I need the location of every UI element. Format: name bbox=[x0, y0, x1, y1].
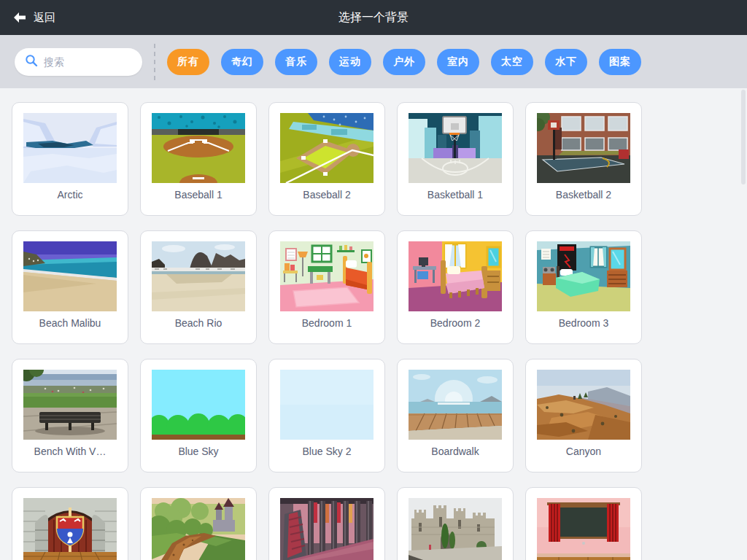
backdrop-card-boardwalk[interactable]: Boardwalk bbox=[397, 359, 514, 472]
search-icon bbox=[25, 54, 44, 70]
filter-bar: 所有 奇幻 音乐 运动 户外 室内 太空 水下 图案 bbox=[0, 35, 747, 88]
backdrop-name: Arctic bbox=[12, 189, 128, 201]
backdrop-name: Bedroom 1 bbox=[269, 317, 384, 329]
category-all[interactable]: 所有 bbox=[167, 49, 209, 75]
backdrop-thumbnail bbox=[409, 113, 502, 183]
category-space[interactable]: 太空 bbox=[491, 49, 533, 75]
page-title: 选择一个背景 bbox=[0, 10, 747, 26]
backdrop-thumbnail bbox=[152, 370, 245, 440]
category-outdoors[interactable]: 户外 bbox=[383, 49, 425, 75]
backdrop-thumbnail bbox=[23, 498, 117, 560]
backdrop-name: Beach Rio bbox=[141, 317, 256, 329]
backdrop-thumbnail bbox=[537, 241, 630, 311]
backdrop-thumbnail bbox=[537, 370, 630, 440]
backdrop-thumbnail bbox=[409, 370, 502, 440]
backdrop-card-basketball-2[interactable]: Basketball 2 bbox=[525, 102, 642, 216]
backdrop-card-bedroom-1[interactable]: Bedroom 1 bbox=[268, 230, 385, 344]
backdrop-card-castle-3[interactable] bbox=[268, 487, 385, 560]
backdrop-card-castle-2[interactable] bbox=[140, 487, 257, 560]
backdrop-thumbnail bbox=[280, 241, 374, 311]
category-underwater[interactable]: 水下 bbox=[545, 49, 587, 75]
backdrop-card-castle-1[interactable] bbox=[12, 487, 128, 560]
backdrop-card-blue-sky-2[interactable]: Blue Sky 2 bbox=[268, 359, 385, 472]
search-box[interactable] bbox=[15, 48, 142, 76]
filter-divider bbox=[154, 44, 155, 80]
backdrop-thumbnail bbox=[280, 113, 374, 183]
backdrop-name: Boardwalk bbox=[398, 446, 513, 457]
backdrop-card-bedroom-3[interactable]: Bedroom 3 bbox=[525, 230, 642, 344]
category-music[interactable]: 音乐 bbox=[275, 49, 317, 75]
category-sports[interactable]: 运动 bbox=[329, 49, 371, 75]
backdrop-card-beach-malibu[interactable]: Beach Malibu bbox=[12, 230, 128, 344]
backdrop-thumbnail bbox=[409, 241, 502, 311]
top-bar: 返回 选择一个背景 bbox=[0, 0, 747, 35]
backdrop-name: Basketball 2 bbox=[526, 189, 641, 201]
backdrop-name: Basketball 1 bbox=[398, 189, 513, 201]
backdrop-name: Blue Sky bbox=[141, 446, 256, 457]
backdrop-card-arctic[interactable]: Arctic bbox=[12, 102, 128, 216]
back-arrow-icon bbox=[13, 12, 26, 23]
backdrop-card-blue-sky[interactable]: Blue Sky bbox=[140, 359, 257, 472]
backdrop-card-chalkboard[interactable] bbox=[525, 487, 642, 560]
backdrop-thumbnail bbox=[152, 498, 245, 560]
backdrop-card-bench-with-view[interactable]: Bench With V… bbox=[12, 359, 128, 472]
backdrop-name: Canyon bbox=[526, 446, 641, 457]
category-patterns[interactable]: 图案 bbox=[599, 49, 641, 75]
backdrop-card-bedroom-2[interactable]: Bedroom 2 bbox=[397, 230, 514, 344]
scrollbar-thumb[interactable] bbox=[741, 90, 746, 184]
backdrop-card-canyon[interactable]: Canyon bbox=[525, 359, 642, 472]
backdrop-grid: Arctic Baseball 1 Baseball 2 Basketball … bbox=[0, 88, 747, 560]
backdrop-thumbnail bbox=[280, 370, 374, 440]
backdrop-name: Beach Malibu bbox=[12, 317, 128, 329]
search-input[interactable] bbox=[44, 56, 124, 68]
backdrop-gallery: Arctic Baseball 1 Baseball 2 Basketball … bbox=[0, 88, 747, 560]
backdrop-thumbnail bbox=[23, 370, 117, 440]
backdrop-name: Baseball 2 bbox=[269, 189, 384, 201]
back-label: 返回 bbox=[34, 11, 55, 25]
backdrop-name: Blue Sky 2 bbox=[269, 446, 384, 457]
backdrop-name: Bedroom 3 bbox=[526, 317, 641, 329]
category-fantasy[interactable]: 奇幻 bbox=[221, 49, 263, 75]
backdrop-name: Bedroom 2 bbox=[398, 317, 513, 329]
backdrop-card-basketball-1[interactable]: Basketball 1 bbox=[397, 102, 514, 216]
back-button[interactable]: 返回 bbox=[0, 0, 67, 35]
category-indoors[interactable]: 室内 bbox=[437, 49, 479, 75]
backdrop-thumbnail bbox=[152, 113, 245, 183]
backdrop-card-baseball-1[interactable]: Baseball 1 bbox=[140, 102, 257, 216]
backdrop-thumbnail bbox=[537, 113, 630, 183]
backdrop-thumbnail bbox=[537, 498, 630, 560]
backdrop-thumbnail bbox=[152, 241, 245, 311]
backdrop-thumbnail bbox=[23, 241, 117, 311]
backdrop-thumbnail bbox=[280, 498, 374, 560]
backdrop-card-beach-rio[interactable]: Beach Rio bbox=[140, 230, 257, 344]
backdrop-thumbnail bbox=[23, 113, 117, 183]
backdrop-card-baseball-2[interactable]: Baseball 2 bbox=[268, 102, 385, 216]
backdrop-thumbnail bbox=[409, 498, 502, 560]
backdrop-name: Baseball 1 bbox=[141, 189, 256, 201]
backdrop-card-castle-4[interactable] bbox=[397, 487, 514, 560]
backdrop-name: Bench With V… bbox=[12, 446, 128, 457]
